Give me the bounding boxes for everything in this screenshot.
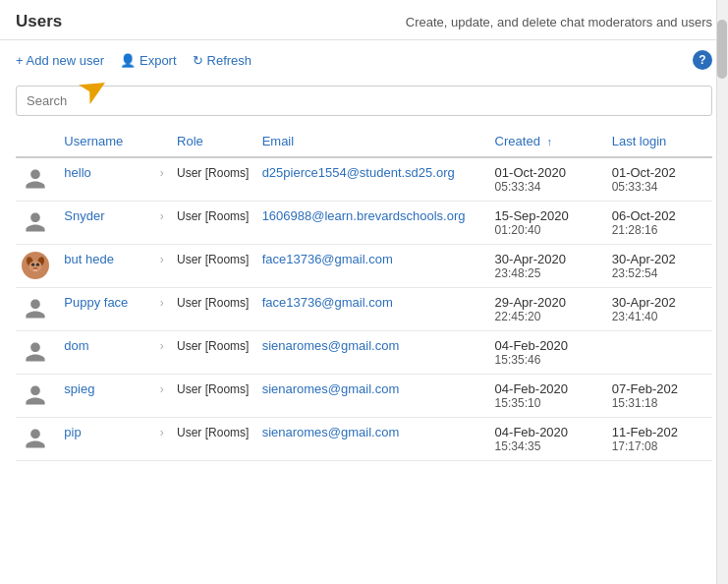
- col-header-username[interactable]: Username: [58, 126, 153, 157]
- role-value: User [Rooms]: [177, 296, 249, 310]
- username-cell: spieg: [58, 375, 153, 418]
- avatar: [22, 252, 49, 279]
- role-cell: User [Rooms]: [171, 202, 256, 245]
- refresh-icon: ↻: [193, 53, 203, 68]
- avatar: [22, 165, 49, 193]
- arrow-cell: ›: [154, 202, 171, 245]
- toolbar: + Add new user 👤 Export ↻ Refresh ? ➤: [0, 40, 728, 80]
- created-cell: 04-Feb-2020 15:35:10: [489, 375, 606, 418]
- users-table: Username Role Email Created ↑ Last login: [16, 126, 712, 461]
- page-title: Users: [16, 12, 62, 31]
- help-button[interactable]: ?: [693, 50, 712, 70]
- role-cell: User [Rooms]: [171, 418, 256, 461]
- lastlogin-date: 30-Apr-202: [612, 252, 706, 266]
- export-icon: 👤: [120, 53, 136, 68]
- avatar-cell: [16, 418, 58, 461]
- username-cell: but hede: [58, 245, 153, 288]
- col-header-role[interactable]: Role: [171, 126, 256, 157]
- role-cell: User [Rooms]: [171, 331, 256, 375]
- table-row: Snyder › User [Rooms] 1606988@learn.brev…: [16, 202, 712, 245]
- col-header-created[interactable]: Created ↑: [489, 126, 606, 157]
- arrow-cell: ›: [154, 245, 171, 288]
- lastlogin-date: 11-Feb-202: [612, 425, 706, 439]
- sort-arrow-created: ↑: [546, 136, 552, 147]
- lastlogin-date: 01-Oct-202: [612, 165, 706, 180]
- page-header: Users Create, update, and delete chat mo…: [0, 0, 728, 40]
- email-link[interactable]: sienaromes@gmail.com: [262, 381, 400, 396]
- page-wrapper: Users Create, update, and delete chat mo…: [0, 0, 728, 584]
- arrow-cell: ›: [154, 375, 171, 418]
- refresh-button[interactable]: ↻ Refresh: [193, 53, 252, 68]
- created-time: 15:35:46: [495, 353, 600, 367]
- email-link[interactable]: sienaromes@gmail.com: [262, 338, 400, 353]
- created-date: 04-Feb-2020: [495, 338, 600, 353]
- created-date: 29-Apr-2020: [495, 295, 600, 310]
- created-date: 15-Sep-2020: [495, 208, 600, 223]
- username-cell: Puppy face: [58, 288, 153, 331]
- arrow-cell: ›: [154, 157, 171, 202]
- username-link[interactable]: spieg: [64, 381, 94, 396]
- created-date: 04-Feb-2020: [495, 425, 600, 439]
- lastlogin-cell: [606, 331, 712, 375]
- row-chevron: ›: [160, 339, 164, 353]
- username-link[interactable]: pip: [64, 425, 81, 439]
- role-cell: User [Rooms]: [171, 245, 256, 288]
- refresh-label: Refresh: [207, 53, 252, 68]
- row-chevron: ›: [160, 209, 164, 223]
- avatar: [22, 295, 49, 322]
- username-link[interactable]: hello: [64, 165, 90, 180]
- email-cell: sienaromes@gmail.com: [256, 375, 489, 418]
- lastlogin-time: 21:28:16: [612, 223, 706, 237]
- table-row: hello › User [Rooms] d25pierce1554@stude…: [16, 157, 712, 202]
- avatar: [22, 208, 49, 236]
- arrow-cell: ›: [154, 418, 171, 461]
- search-input[interactable]: [16, 86, 712, 116]
- created-time: 15:34:35: [495, 439, 600, 453]
- avatar: [22, 338, 49, 366]
- table-row: pip › User [Rooms] sienaromes@gmail.com …: [16, 418, 712, 461]
- table-header-row: Username Role Email Created ↑ Last login: [16, 126, 712, 157]
- username-link[interactable]: Puppy face: [64, 295, 128, 310]
- row-chevron: ›: [160, 166, 164, 180]
- col-header-arrow: [154, 126, 171, 157]
- lastlogin-cell: 06-Oct-202 21:28:16: [606, 202, 712, 245]
- avatar-cell: [16, 245, 58, 288]
- email-link[interactable]: face13736@gmail.com: [262, 295, 393, 310]
- lastlogin-cell: 11-Feb-202 17:17:08: [606, 418, 712, 461]
- role-value: User [Rooms]: [177, 253, 249, 266]
- created-cell: 04-Feb-2020 15:35:46: [489, 331, 606, 375]
- lastlogin-time: 23:52:54: [612, 266, 706, 280]
- email-link[interactable]: 1606988@learn.brevardschools.org: [262, 208, 466, 223]
- users-table-container: Username Role Email Created ↑ Last login: [0, 126, 728, 584]
- username-link[interactable]: Snyder: [64, 208, 104, 223]
- table-row: but hede › User [Rooms] face13736@gmail.…: [16, 245, 712, 288]
- created-cell: 30-Apr-2020 23:48:25: [489, 245, 606, 288]
- arrow-cell: ›: [154, 331, 171, 375]
- email-cell: sienaromes@gmail.com: [256, 331, 489, 375]
- created-cell: 04-Feb-2020 15:34:35: [489, 418, 606, 461]
- avatar-cell: [16, 288, 58, 331]
- role-cell: User [Rooms]: [171, 288, 256, 331]
- username-link[interactable]: but hede: [64, 252, 114, 266]
- col-header-lastlogin[interactable]: Last login: [606, 126, 712, 157]
- username-cell: Snyder: [58, 202, 153, 245]
- add-user-button[interactable]: + Add new user: [16, 53, 104, 68]
- role-value: User [Rooms]: [177, 166, 249, 180]
- export-button[interactable]: 👤 Export: [120, 53, 177, 68]
- col-header-email[interactable]: Email: [256, 126, 489, 157]
- role-value: User [Rooms]: [177, 339, 249, 353]
- role-value: User [Rooms]: [177, 426, 249, 439]
- created-date: 30-Apr-2020: [495, 252, 600, 266]
- scrollbar[interactable]: [716, 0, 728, 584]
- email-link[interactable]: sienaromes@gmail.com: [262, 425, 400, 439]
- lastlogin-date: 07-Feb-202: [612, 381, 706, 396]
- lastlogin-cell: 30-Apr-202 23:41:40: [606, 288, 712, 331]
- email-link[interactable]: d25pierce1554@student.sd25.org: [262, 165, 455, 180]
- created-time: 01:20:40: [495, 223, 600, 237]
- created-date: 04-Feb-2020: [495, 381, 600, 396]
- lastlogin-cell: 07-Feb-202 15:31:18: [606, 375, 712, 418]
- email-link[interactable]: face13736@gmail.com: [262, 252, 393, 266]
- scrollbar-thumb[interactable]: [717, 20, 727, 79]
- username-link[interactable]: dom: [64, 338, 88, 353]
- lastlogin-cell: 30-Apr-202 23:52:54: [606, 245, 712, 288]
